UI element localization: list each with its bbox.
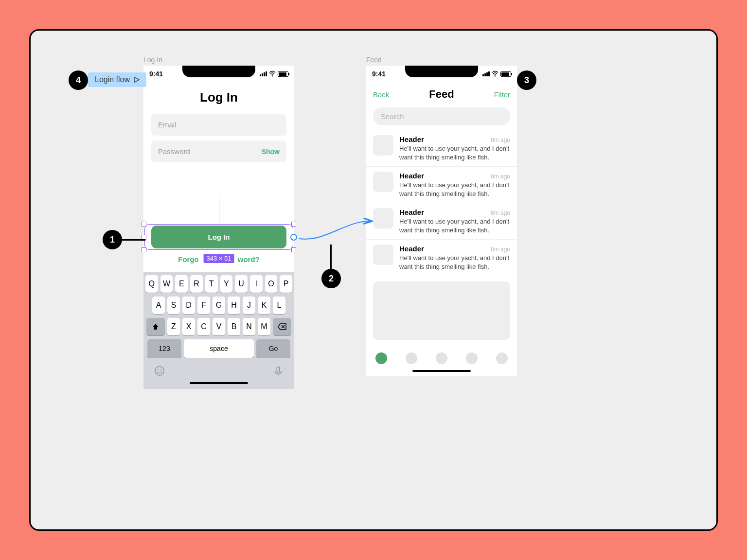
key-w[interactable]: W (160, 275, 173, 293)
forgot-suffix: word? (238, 255, 260, 263)
flow-label-text: Login flow (95, 75, 130, 84)
key-k[interactable]: K (258, 297, 270, 314)
key-s[interactable]: S (167, 297, 180, 314)
feed-item-time: 8m ago (491, 246, 510, 253)
tab-dot-2[interactable] (406, 352, 417, 364)
resize-handle[interactable] (291, 222, 296, 227)
email-field[interactable]: Email (151, 114, 286, 136)
search-placeholder: Search (381, 112, 404, 121)
key-y[interactable]: Y (220, 275, 233, 293)
annotation-badge-3: 3 (517, 70, 536, 90)
login-button-selection[interactable]: Log In 343 × 51 (151, 226, 286, 248)
feed-item[interactable]: Header8m agoHe'll want to use your yacht… (366, 203, 517, 240)
key-p[interactable]: P (280, 275, 292, 293)
feed-item-text: He'll want to use your yacht, and I don'… (399, 254, 510, 271)
key-c[interactable]: C (197, 318, 210, 335)
go-key[interactable]: Go (256, 339, 290, 358)
feed-card-placeholder (373, 281, 510, 340)
feed-list: Header8m agoHe'll want to use your yacht… (366, 130, 517, 276)
key-o[interactable]: O (265, 275, 278, 293)
search-input[interactable]: Search (373, 107, 510, 125)
badge-2-connector (330, 245, 332, 270)
home-indicator (412, 370, 471, 372)
svg-point-0 (272, 75, 273, 76)
nav-bar: Back Feed Filter (366, 82, 517, 104)
notch (182, 66, 255, 77)
feed-item-text: He'll want to use your yacht, and I don'… (399, 181, 510, 198)
svg-point-1 (155, 367, 164, 375)
key-t[interactable]: T (205, 275, 218, 293)
key-e[interactable]: E (175, 275, 188, 293)
resize-handle[interactable] (142, 247, 146, 252)
prototype-connection-node[interactable] (290, 234, 297, 241)
feed-item[interactable]: Header8m agoHe'll want to use your yacht… (366, 130, 517, 167)
show-password-button[interactable]: Show (262, 148, 280, 156)
key-f[interactable]: F (197, 297, 210, 314)
feed-thumbnail (373, 245, 393, 265)
key-b[interactable]: B (228, 318, 240, 335)
login-title: Log In (143, 90, 294, 105)
ios-keyboard: QWERTYUIOP ASDFGHJKL ZXCVBNM 123 space G… (143, 272, 294, 389)
emoji-icon[interactable] (154, 366, 165, 376)
mic-icon[interactable] (273, 366, 284, 376)
status-icons (482, 70, 511, 77)
resize-handle[interactable] (142, 235, 146, 240)
key-v[interactable]: V (213, 318, 225, 335)
status-time: 9:41 (372, 70, 386, 78)
feed-item[interactable]: Header8m agoHe'll want to use your yacht… (366, 240, 517, 276)
key-q[interactable]: Q (145, 275, 158, 293)
feed-item-time: 8m ago (491, 173, 510, 180)
key-u[interactable]: U (235, 275, 248, 293)
badge-4-number: 4 (76, 75, 81, 86)
numbers-key[interactable]: 123 (147, 339, 181, 358)
wifi-icon (269, 70, 276, 77)
flow-label-pill[interactable]: Login flow (88, 72, 146, 87)
key-j[interactable]: J (243, 297, 255, 314)
resize-handle[interactable] (291, 247, 296, 252)
key-x[interactable]: X (182, 318, 195, 335)
tab-dot-5[interactable] (496, 352, 508, 364)
badge-1-number: 1 (110, 235, 115, 245)
feed-item[interactable]: Header8m agoHe'll want to use your yacht… (366, 167, 517, 203)
key-n[interactable]: N (243, 318, 255, 335)
annotation-badge-4: 4 (69, 70, 88, 90)
play-icon (134, 77, 140, 83)
design-canvas[interactable]: 4 Login flow 3 1 2 Log In Feed 9:41 (29, 29, 718, 531)
key-z[interactable]: Z (167, 318, 180, 335)
feed-thumbnail (373, 172, 393, 192)
svg-point-2 (158, 369, 159, 370)
battery-icon (278, 71, 288, 77)
space-key[interactable]: space (184, 339, 254, 358)
key-d[interactable]: D (182, 297, 195, 314)
frame-label-login[interactable]: Log In (143, 56, 162, 64)
prototype-connection-arrow[interactable] (297, 215, 375, 245)
key-i[interactable]: I (250, 275, 263, 293)
backspace-key[interactable] (273, 318, 291, 335)
feed-item-text: He'll want to use your yacht, and I don'… (399, 217, 510, 234)
key-a[interactable]: A (152, 297, 165, 314)
feed-item-header: Header (399, 208, 424, 216)
key-r[interactable]: R (190, 275, 203, 293)
key-h[interactable]: H (228, 297, 240, 314)
frame-label-feed[interactable]: Feed (366, 56, 382, 64)
tab-dot-1[interactable] (375, 352, 387, 364)
feed-thumbnail (373, 135, 393, 156)
filter-button[interactable]: Filter (494, 90, 510, 99)
feed-frame[interactable]: 9:41 Back Feed Filter Search Header8m ag… (366, 66, 517, 376)
key-g[interactable]: G (213, 297, 225, 314)
password-field[interactable]: Password Show (151, 140, 286, 162)
tab-dot-4[interactable] (466, 352, 478, 364)
key-m[interactable]: M (258, 318, 270, 335)
battery-icon (500, 71, 511, 77)
tab-dot-3[interactable] (436, 352, 447, 364)
resize-handle[interactable] (142, 222, 146, 227)
key-l[interactable]: L (273, 297, 285, 314)
login-frame[interactable]: 9:41 Log In Email Password Show Log In (143, 66, 294, 389)
shift-key[interactable] (146, 318, 165, 335)
annotation-badge-2: 2 (321, 269, 341, 288)
signal-icon (482, 71, 490, 76)
status-bar: 9:41 (366, 66, 517, 82)
status-time: 9:41 (149, 70, 163, 78)
email-placeholder: Email (158, 121, 177, 129)
back-button[interactable]: Back (373, 90, 389, 99)
